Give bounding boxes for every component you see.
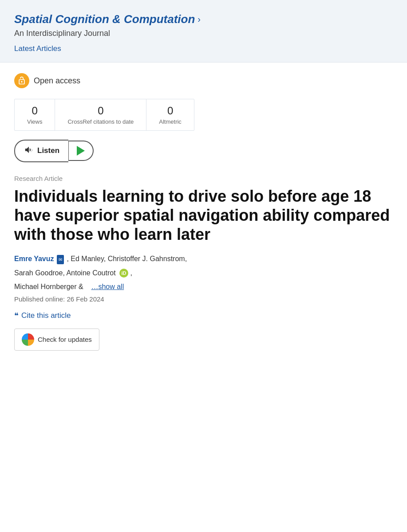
journal-title-link[interactable]: Spatial Cognition & Computation › bbox=[14, 12, 393, 26]
cite-link[interactable]: Cite this article bbox=[21, 311, 71, 320]
metric-views: 0 Views bbox=[15, 99, 55, 130]
metric-altmetric: 0 Altmetric bbox=[146, 99, 194, 130]
journal-subtitle: An Interdisciplinary Journal bbox=[14, 29, 393, 38]
show-all-link[interactable]: …show all bbox=[91, 283, 124, 290]
orcid-badge: iD bbox=[119, 269, 128, 278]
author-sarah-goodroe: Sarah Goodroe, Antoine Coutrot bbox=[14, 269, 116, 277]
open-access-row: Open access bbox=[14, 73, 393, 88]
author-michael-hornberger: Michael Hornberger & bbox=[14, 283, 83, 290]
authors-row: Emre Yavuz ✉ , Ed Manley, Christoffer J.… bbox=[14, 253, 393, 265]
journal-title-chevron: › bbox=[198, 14, 201, 24]
author-emre-yavuz: Emre Yavuz bbox=[14, 255, 54, 262]
listen-label: Listen bbox=[37, 146, 59, 155]
metric-views-value: 0 bbox=[32, 105, 38, 117]
cite-row: ❝ Cite this article bbox=[14, 311, 393, 321]
metric-altmetric-label: Altmetric bbox=[159, 118, 182, 125]
check-updates-button[interactable]: Check for updates bbox=[14, 329, 99, 351]
published-date: Published online: 26 Feb 2024 bbox=[14, 295, 393, 303]
play-button[interactable] bbox=[68, 141, 94, 161]
article-content: Open access 0 Views 0 CrossRef citations… bbox=[0, 63, 407, 368]
latest-articles-link[interactable]: Latest Articles bbox=[14, 44, 61, 53]
show-all-text: …show all bbox=[91, 283, 124, 290]
authors-row-2: Sarah Goodroe, Antoine Coutrot iD , bbox=[14, 267, 393, 279]
cite-icon: ❝ bbox=[14, 311, 19, 321]
journal-banner: Spatial Cognition & Computation › An Int… bbox=[0, 0, 407, 63]
metric-crossref: 0 CrossRef citations to date bbox=[55, 99, 146, 130]
email-icon: ✉ bbox=[57, 255, 64, 264]
metric-crossref-label: CrossRef citations to date bbox=[67, 118, 134, 125]
metric-crossref-value: 0 bbox=[98, 105, 103, 117]
journal-title: Spatial Cognition & Computation bbox=[14, 12, 195, 26]
play-icon bbox=[77, 146, 85, 156]
authors-row-3: Michael Hornberger & …show all bbox=[14, 281, 393, 293]
author-separator: , bbox=[130, 269, 132, 277]
check-updates-label: Check for updates bbox=[38, 336, 92, 343]
published-label: Published online: bbox=[14, 295, 65, 303]
metrics-row: 0 Views 0 CrossRef citations to date 0 A… bbox=[14, 99, 194, 131]
metric-altmetric-value: 0 bbox=[167, 105, 173, 117]
crossref-logo-icon bbox=[22, 333, 34, 346]
article-title: Individuals learning to drive solo befor… bbox=[14, 187, 393, 244]
article-type: Research Article bbox=[14, 175, 393, 182]
listen-row: Listen bbox=[14, 140, 393, 162]
listen-button[interactable]: Listen bbox=[14, 140, 68, 162]
open-access-icon bbox=[14, 73, 29, 88]
published-date-value: 26 Feb 2024 bbox=[67, 295, 104, 303]
open-access-label: Open access bbox=[34, 76, 80, 86]
metric-views-label: Views bbox=[27, 118, 42, 125]
author-ed-manley: , Ed Manley, Christoffer J. Gahnstrom, bbox=[67, 255, 187, 262]
speaker-icon bbox=[24, 145, 34, 157]
